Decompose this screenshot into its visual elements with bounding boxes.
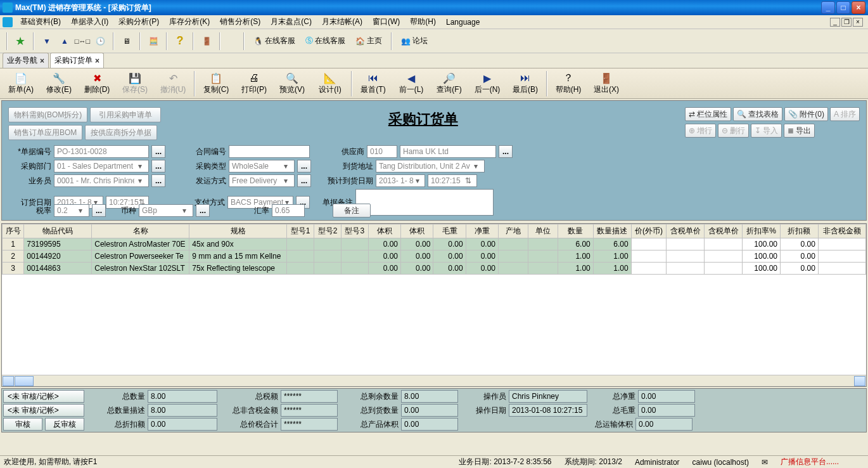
grid-cell[interactable]: 0.00 bbox=[368, 263, 400, 275]
exit-button[interactable]: 🚪退出(X) bbox=[589, 70, 623, 98]
ref-request-button[interactable]: 引用采购申请单 bbox=[90, 107, 161, 122]
help-icon[interactable]: ? bbox=[172, 34, 188, 49]
grid-cell[interactable] bbox=[667, 250, 705, 263]
online-service-1[interactable]: 🐧在线客服 bbox=[250, 34, 299, 48]
forum-link[interactable]: 👥论坛 bbox=[397, 34, 431, 48]
grid-cell[interactable] bbox=[818, 250, 865, 263]
grid-cell[interactable]: 75x Reflecting telescope bbox=[189, 263, 287, 275]
save-button[interactable]: 💾保存(S) bbox=[118, 70, 152, 98]
grid-cell[interactable]: 0.00 bbox=[433, 250, 466, 263]
grid-cell[interactable] bbox=[314, 263, 341, 275]
undo-button[interactable]: ↶撤消(U) bbox=[156, 70, 190, 98]
grid-cell[interactable]: 0.00 bbox=[466, 263, 498, 275]
grid-cell[interactable]: 3 bbox=[3, 263, 24, 275]
grid-header[interactable]: 序号 bbox=[3, 224, 24, 238]
grid-cell[interactable] bbox=[314, 238, 341, 250]
supplier-lookup[interactable]: ... bbox=[499, 145, 513, 158]
first-button[interactable]: ⏮最首(T) bbox=[356, 70, 390, 98]
new-button[interactable]: 📄新单(A) bbox=[4, 70, 38, 98]
column-props-button[interactable]: ⇄栏位属性 bbox=[685, 107, 731, 121]
grid-cell[interactable]: Celestron NexStar 102SLT bbox=[92, 263, 189, 275]
tab-business-nav[interactable]: 业务导航× bbox=[3, 53, 49, 68]
grid-cell[interactable] bbox=[287, 263, 314, 275]
grid-cell[interactable]: Celestron Powerseeker Te bbox=[92, 250, 189, 263]
clock-icon[interactable]: 🕒 bbox=[93, 34, 108, 49]
scroll-right-button[interactable] bbox=[854, 376, 865, 386]
menu-input[interactable]: 单据录入(I) bbox=[66, 15, 113, 29]
preview-button[interactable]: 🔍预览(V) bbox=[275, 70, 309, 98]
edit-button[interactable]: 🔧修改(E) bbox=[42, 70, 76, 98]
split-by-supplier-button[interactable]: 按供应商拆分单据 bbox=[85, 125, 157, 140]
online-service-2[interactable]: Ⓢ在线客服 bbox=[302, 34, 349, 48]
grid-cell[interactable]: 100.00 bbox=[743, 238, 781, 250]
home-link[interactable]: 🏠主页 bbox=[352, 34, 386, 48]
grid-header[interactable]: 型号1 bbox=[287, 224, 314, 238]
grid-cell[interactable]: 100.00 bbox=[743, 250, 781, 263]
currency-select[interactable]: GBp▾ bbox=[139, 204, 193, 217]
grid-cell[interactable]: 00144863 bbox=[24, 263, 92, 275]
grid-cell[interactable] bbox=[341, 238, 368, 250]
grid-header[interactable]: 型号3 bbox=[341, 224, 368, 238]
grid-header[interactable]: 名称 bbox=[92, 224, 189, 238]
grid-cell[interactable] bbox=[287, 250, 314, 263]
import-button[interactable]: ↧导入 bbox=[751, 124, 782, 138]
table-row[interactable]: 300144863Celestron NexStar 102SLT75x Ref… bbox=[3, 263, 866, 275]
grid-cell[interactable]: 1.00 bbox=[593, 250, 631, 263]
menu-language[interactable]: Language bbox=[441, 16, 485, 28]
menu-stock[interactable]: 库存分析(K) bbox=[164, 15, 215, 29]
grid-header[interactable]: 毛重 bbox=[433, 224, 466, 238]
attachment-button[interactable]: 📎附件(0) bbox=[784, 107, 828, 121]
grid-cell[interactable]: 0.00 bbox=[401, 250, 433, 263]
scroll-left-button[interactable] bbox=[3, 376, 14, 386]
grid-cell[interactable]: 2 bbox=[3, 250, 24, 263]
add-row-button[interactable]: ⊕增行 bbox=[685, 124, 716, 138]
sales-lookup[interactable]: ... bbox=[151, 174, 165, 187]
tab-purchase-order[interactable]: 采购订货单× bbox=[50, 53, 104, 68]
search-button[interactable]: 🔎查询(F) bbox=[432, 70, 466, 98]
purtype-lookup[interactable]: ... bbox=[297, 160, 311, 172]
grid-cell[interactable] bbox=[631, 250, 667, 263]
calc-icon[interactable]: 🧮 bbox=[146, 34, 161, 49]
maximize-button[interactable]: □ bbox=[836, 1, 850, 14]
menu-closing[interactable]: 月末结帐(A) bbox=[317, 15, 367, 29]
grid-header[interactable]: 折扣额 bbox=[781, 224, 819, 238]
grid-header[interactable]: 体积 bbox=[368, 224, 400, 238]
grid-cell[interactable]: 45x and 90x bbox=[189, 238, 287, 250]
grid-cell[interactable]: 1.00 bbox=[593, 263, 631, 275]
grid-header[interactable]: 净重 bbox=[466, 224, 498, 238]
supplier-code-input[interactable]: 010 bbox=[367, 145, 397, 158]
grid-cell[interactable]: 6.00 bbox=[593, 238, 631, 250]
grid-cell[interactable]: 00144920 bbox=[24, 250, 92, 263]
grid-cell[interactable] bbox=[528, 250, 558, 263]
rate-input[interactable]: 0.65 bbox=[272, 204, 305, 217]
grid-cell[interactable] bbox=[631, 263, 667, 275]
eta-time-input[interactable]: 10:27:15⇅ bbox=[428, 174, 477, 187]
grid-header[interactable]: 单位 bbox=[528, 224, 558, 238]
contract-input[interactable] bbox=[229, 145, 310, 158]
grid-cell[interactable]: Celestron AstroMaster 70E bbox=[92, 238, 189, 250]
grid-cell[interactable]: 0.00 bbox=[433, 238, 466, 250]
grid-header[interactable]: 产地 bbox=[499, 224, 528, 238]
grid-cell[interactable] bbox=[499, 263, 528, 275]
help-button[interactable]: ？帮助(H) bbox=[551, 70, 585, 98]
ship-select[interactable]: Free Delivery▾ bbox=[229, 174, 295, 187]
print-button[interactable]: 🖨打印(P) bbox=[237, 70, 271, 98]
table-row[interactable]: 173199595Celestron AstroMaster 70E45x an… bbox=[3, 238, 866, 250]
grid-cell[interactable]: 73199595 bbox=[24, 238, 92, 250]
grid-cell[interactable] bbox=[499, 238, 528, 250]
grid-cell[interactable]: 0.00 bbox=[401, 238, 433, 250]
grid-header[interactable]: 折扣率% bbox=[743, 224, 781, 238]
grid-cell[interactable] bbox=[631, 238, 667, 250]
menu-purchase[interactable]: 采购分析(P) bbox=[113, 15, 164, 29]
grid-cell[interactable] bbox=[314, 250, 341, 263]
next-button[interactable]: ▶后一(N) bbox=[470, 70, 504, 98]
eta-date-input[interactable]: 2013- 1- 8▾ bbox=[376, 174, 425, 187]
export-button[interactable]: ≣导出 bbox=[784, 124, 815, 138]
grid-cell[interactable]: 100.00 bbox=[743, 263, 781, 275]
grid-cell[interactable] bbox=[528, 263, 558, 275]
grid-cell[interactable] bbox=[818, 238, 865, 250]
note-button[interactable]: 备注 bbox=[333, 204, 371, 218]
grid-cell[interactable] bbox=[667, 238, 705, 250]
grid-cell[interactable]: 0.00 bbox=[368, 250, 400, 263]
table-row[interactable]: 200144920Celestron Powerseeker Te9 mm an… bbox=[3, 250, 866, 263]
